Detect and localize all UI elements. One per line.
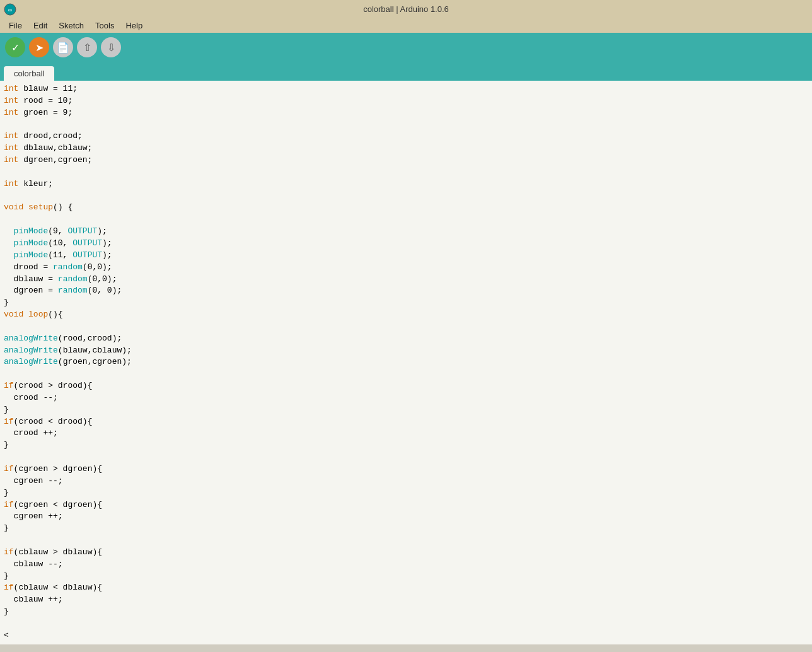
menu-edit[interactable]: Edit — [28, 20, 52, 32]
open-button[interactable]: ⇧ — [77, 37, 97, 57]
window-title: colorball | Arduino 1.0.6 — [363, 4, 449, 14]
title-bar: ∞ colorball | Arduino 1.0.6 — [0, 0, 812, 18]
save-button[interactable]: ⇩ — [101, 37, 121, 57]
menu-bar: File Edit Sketch Tools Help — [0, 18, 812, 33]
menu-tools[interactable]: Tools — [90, 20, 119, 32]
upload-button[interactable]: ➤ — [29, 37, 49, 57]
svg-text:∞: ∞ — [8, 7, 12, 13]
verify-button[interactable]: ✓ — [5, 37, 25, 57]
menu-sketch[interactable]: Sketch — [54, 20, 89, 32]
menu-help[interactable]: Help — [120, 20, 148, 32]
arduino-logo-icon: ∞ — [4, 3, 16, 18]
tab-bar: colorball — [0, 62, 812, 81]
code-editor[interactable]: int blauw = 11; int rood = 10; int groen… — [0, 81, 812, 644]
new-button[interactable]: 📄 — [53, 37, 73, 57]
tab-colorball[interactable]: colorball — [4, 66, 54, 81]
toolbar: ✓ ➤ 📄 ⇧ ⇩ — [0, 33, 812, 62]
horizontal-scrollbar[interactable] — [0, 644, 812, 652]
menu-file[interactable]: File — [4, 20, 27, 32]
